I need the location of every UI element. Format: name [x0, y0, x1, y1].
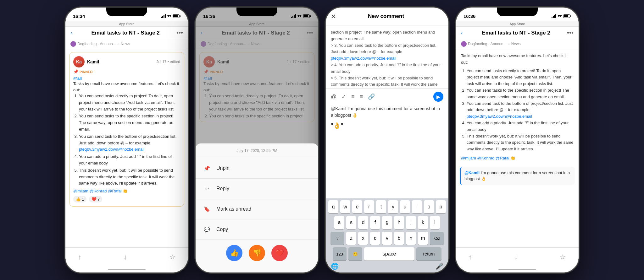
more-button-1[interactable]: ••• — [176, 29, 183, 36]
key-j[interactable]: j — [406, 216, 416, 229]
emoji-suggestions: "👌" — [331, 120, 443, 131]
post-list-1: You can send tasks directly to project! … — [73, 93, 180, 187]
key-i[interactable]: i — [412, 200, 422, 213]
key-k[interactable]: k — [418, 216, 428, 229]
reply-label: Reply — [216, 186, 229, 191]
key-b[interactable]: b — [394, 232, 404, 245]
more-button-4[interactable]: ••• — [567, 29, 574, 36]
key-space[interactable]: space — [364, 247, 414, 261]
back-button-4[interactable]: ‹ — [461, 30, 463, 36]
reaction-heart-1[interactable]: ❤️ 7 — [89, 196, 102, 202]
globe-icon[interactable]: 🌐 — [331, 262, 339, 270]
app-store-bar-1: App Store — [65, 21, 188, 27]
star-button-1[interactable]: ☆ — [169, 253, 175, 261]
thumbs-up-reaction[interactable]: 👍 — [226, 245, 242, 261]
keyboard-row-1: q w e r t y u i o p — [326, 198, 448, 214]
link-1[interactable]: pteqbv.3myaw2.down@nozbe.email — [79, 147, 144, 152]
key-shift[interactable]: ⇧ — [330, 232, 344, 245]
mic-icon[interactable]: 🎤 — [436, 262, 443, 270]
post-card-1: Ka Kamil Jul 17 • edited 📌 PINNED @all T… — [69, 52, 184, 207]
key-z[interactable]: z — [346, 232, 356, 245]
link-icon[interactable]: 🔗 — [368, 93, 375, 100]
key-g[interactable]: g — [382, 216, 392, 229]
reaction-thumbs-1[interactable]: 👍 1 — [73, 196, 86, 202]
signal-icon-4 — [552, 14, 556, 18]
key-l[interactable]: l — [430, 216, 440, 229]
list-item-1-4: You can add a priority. Just add "!" in … — [79, 153, 180, 167]
key-e[interactable]: e — [352, 200, 362, 213]
key-f[interactable]: f — [370, 216, 380, 229]
breadcrumb-1: Dogfooding - Announ... ≡ News — [65, 39, 188, 49]
down-button-4[interactable]: ↓ — [514, 253, 518, 261]
up-button-1[interactable]: ↑ — [78, 253, 81, 261]
phone-1: 16:34 ▾▾ App Store ‹ Em — [65, 8, 188, 272]
key-r[interactable]: r — [364, 200, 374, 213]
comment-text-input[interactable]: @Kamil I'm gonna use this comment for a … — [331, 104, 443, 120]
home-indicator-1 — [108, 269, 146, 270]
checklist-icon[interactable]: ✓ — [341, 93, 346, 100]
back-button-1[interactable]: ‹ — [70, 30, 72, 36]
copy-label: Copy — [216, 227, 228, 232]
nav-header-4: ‹ Email tasks to NT - Stage 2 ••• — [456, 27, 579, 39]
mentions-4: @mijam @Konrad @Rafał 👏 — [461, 155, 574, 162]
key-emoji[interactable]: 😊 — [348, 247, 362, 261]
key-c[interactable]: c — [370, 232, 380, 245]
key-p[interactable]: p — [436, 200, 446, 213]
list-item-1-3: You can send task to the bottom of proje… — [79, 133, 180, 153]
key-w[interactable]: w — [340, 200, 350, 213]
key-s[interactable]: s — [346, 216, 356, 229]
action-mark-unread[interactable]: 🔖 Mark as unread — [196, 199, 318, 219]
key-n[interactable]: n — [406, 232, 416, 245]
unpin-icon: 📌 — [202, 163, 212, 173]
wifi-icon-1: ▾▾ — [167, 14, 171, 18]
comment-title: New comment — [368, 13, 404, 19]
key-q[interactable]: q — [328, 200, 338, 213]
key-o[interactable]: o — [424, 200, 434, 213]
action-copy[interactable]: 💬 Copy — [196, 219, 318, 240]
phone-2: 16:36 ▾▾ App Store ‹ Em — [196, 8, 318, 272]
close-button[interactable]: ✕ — [331, 13, 336, 20]
comment-toolbar: @ ✓ ≡ ≡ 🔗 ▶ — [331, 92, 443, 102]
down-button-1[interactable]: ↓ — [124, 253, 127, 261]
notch-1 — [106, 8, 147, 16]
key-t[interactable]: t — [376, 200, 386, 213]
send-button[interactable]: ▶ — [433, 92, 443, 102]
at-icon[interactable]: @ — [331, 94, 336, 100]
list-icon[interactable]: ≡ — [351, 94, 355, 100]
post-content-4: Tasks by email have new awesome features… — [456, 49, 579, 165]
action-sheet: July 17, 2020, 12:55 PM 📌 Unpin ↩ Reply … — [196, 143, 318, 272]
action-unpin[interactable]: 📌 Unpin — [196, 158, 318, 179]
key-backspace[interactable]: ⌫ — [430, 232, 444, 245]
list-item-1-5: This doesn't work yet, but: It will be p… — [79, 167, 180, 187]
key-x[interactable]: x — [358, 232, 368, 245]
thumbs-down-reaction[interactable]: 👎 — [249, 245, 265, 261]
phone-3: 16:35 ▾▾ ✕ New comment — [326, 8, 448, 272]
phone-3-screen: 16:35 ▾▾ ✕ New comment — [326, 8, 448, 272]
project-name-1: Dogfooding - Announ... — [77, 42, 116, 46]
avatar-1: Ka — [73, 56, 85, 67]
post-author-1: Kamil — [87, 59, 156, 64]
action-reply[interactable]: ↩ Reply — [196, 179, 318, 199]
star-button-4[interactable]: ☆ — [560, 253, 566, 261]
mentions-1: @mijam @Konrad @Rafał 👏 — [73, 189, 180, 193]
reply-comment-4: @Kamil I'm gonna use this comment for a … — [460, 167, 575, 185]
up-button-4[interactable]: ↑ — [469, 253, 472, 261]
key-d[interactable]: d — [358, 216, 368, 229]
phone-4-screen: 16:36 ▾▾ App Store ‹ Em — [456, 8, 579, 272]
key-a[interactable]: a — [334, 216, 344, 229]
signal-icon-1 — [161, 14, 166, 18]
key-m[interactable]: m — [418, 232, 428, 245]
key-h[interactable]: h — [394, 216, 404, 229]
reactions-1: 👍 1 ❤️ 7 — [73, 196, 180, 202]
key-v[interactable]: v — [382, 232, 392, 245]
heart-reaction[interactable]: ❤️ — [271, 245, 288, 261]
keyboard: q w e r t y u i o p a s d — [326, 198, 448, 272]
key-y[interactable]: y — [388, 200, 398, 213]
comment-content: section in project! The same way: open s… — [326, 25, 448, 88]
key-123[interactable]: 123 — [333, 247, 347, 261]
key-u[interactable]: u — [400, 200, 410, 213]
indent-icon[interactable]: ≡ — [360, 94, 363, 100]
key-return[interactable]: return — [416, 247, 441, 261]
phone-1-screen: 16:34 ▾▾ App Store ‹ Em — [65, 8, 188, 272]
unpin-label: Unpin — [216, 165, 230, 171]
